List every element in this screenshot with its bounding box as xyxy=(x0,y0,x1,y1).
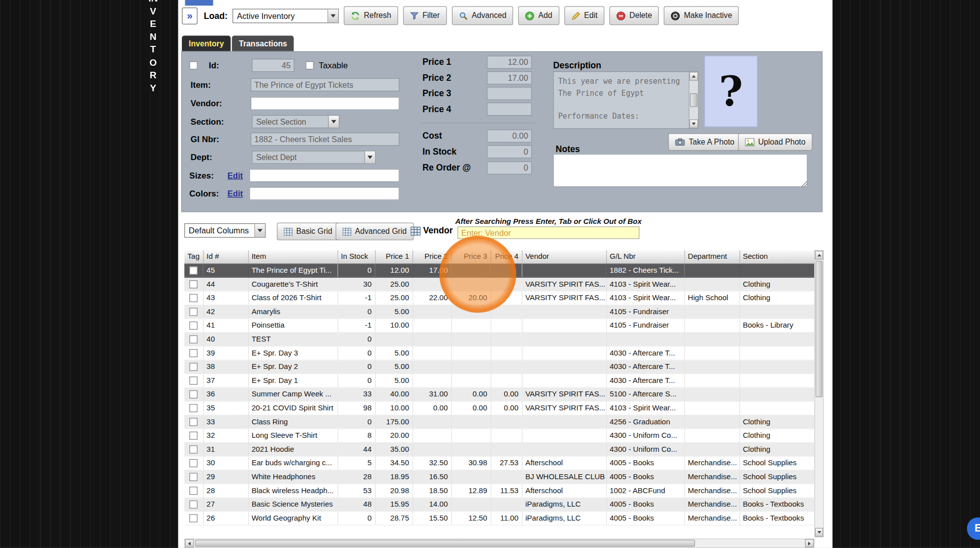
column-header-department[interactable]: Department xyxy=(685,250,739,263)
advanced-grid-button[interactable]: Advanced Grid xyxy=(336,223,414,240)
table-row[interactable]: 36Summer Camp Week ...3340.0031.000.000.… xyxy=(184,387,814,401)
colors-field[interactable] xyxy=(250,187,400,200)
row-checkbox[interactable] xyxy=(189,404,197,412)
colors-edit-link[interactable]: Edit xyxy=(228,189,243,198)
upload-photo-button[interactable]: Upload Photo xyxy=(738,133,813,151)
row-checkbox[interactable] xyxy=(189,349,197,357)
tab-transactions[interactable]: Transactions xyxy=(232,36,294,51)
column-header-price1[interactable]: Price 1 xyxy=(375,250,413,263)
row-checkbox[interactable] xyxy=(189,445,197,453)
scroll-up-arrow[interactable] xyxy=(815,251,823,260)
notes-textarea[interactable] xyxy=(553,154,808,187)
price1-field[interactable] xyxy=(487,56,532,69)
table-row[interactable]: 312021 Hoodie4435.004300 - Uniform Co...… xyxy=(184,442,814,456)
sizes-edit-link[interactable]: Edit xyxy=(228,171,243,180)
reorder-field[interactable] xyxy=(487,162,532,175)
scrollbar-thumb[interactable] xyxy=(690,93,698,107)
row-checkbox[interactable] xyxy=(189,294,197,302)
table-row[interactable]: 39E+ Spr. Day 305.004030 - Aftercare T..… xyxy=(184,346,814,360)
scroll-down-arrow[interactable] xyxy=(815,528,823,537)
scrollbar-thumb[interactable] xyxy=(195,540,695,547)
table-horizontal-scrollbar[interactable] xyxy=(184,539,814,548)
table-row[interactable]: 28Black wireless Headph...5320.9818.5012… xyxy=(184,484,814,498)
row-checkbox[interactable] xyxy=(189,514,197,522)
row-checkbox[interactable] xyxy=(189,390,197,398)
glnbr-field[interactable] xyxy=(251,133,400,146)
tab-inventory[interactable]: Inventory xyxy=(182,36,231,51)
column-header-vendor[interactable]: Vendor xyxy=(522,250,606,263)
refresh-button[interactable]: Refresh xyxy=(344,6,398,25)
row-checkbox[interactable] xyxy=(189,267,197,275)
column-header-gl_nbr[interactable]: G/L Nbr xyxy=(606,250,685,263)
column-header-price2[interactable]: Price 2 xyxy=(413,250,451,263)
column-header-price4[interactable]: Price 4 xyxy=(491,250,522,263)
id-field[interactable] xyxy=(252,59,294,72)
id-checkbox[interactable] xyxy=(189,61,197,69)
row-checkbox[interactable] xyxy=(189,336,197,344)
row-checkbox[interactable] xyxy=(189,459,197,467)
table-row[interactable]: 43Class of 2026 T-Shirt-125.0022.0020.00… xyxy=(184,291,814,305)
scroll-left-arrow[interactable] xyxy=(185,539,194,547)
column-header-price3[interactable]: Price 3 xyxy=(451,250,491,263)
row-checkbox[interactable] xyxy=(189,376,197,384)
dept-select[interactable]: Select Dept xyxy=(252,151,376,164)
table-row[interactable]: 44Cougarette's T-Shirt3025.00VARSITY SPI… xyxy=(184,277,814,291)
table-row[interactable]: 32Long Sleeve T-Shirt820.004300 - Unifor… xyxy=(184,428,814,442)
filter-button[interactable]: Filter xyxy=(403,6,447,25)
scroll-down-arrow[interactable] xyxy=(690,120,699,129)
table-row[interactable]: 26World Geography Kit028.7515.5012.5011.… xyxy=(184,511,814,525)
taxable-checkbox[interactable] xyxy=(305,61,313,69)
column-header-section[interactable]: Section xyxy=(739,250,815,263)
description-scrollbar[interactable] xyxy=(689,72,698,128)
price3-field[interactable] xyxy=(487,87,532,100)
row-checkbox[interactable] xyxy=(189,487,197,495)
column-header-id[interactable]: Id # xyxy=(203,250,248,263)
column-header-in_stock[interactable]: In Stock xyxy=(337,250,375,263)
row-checkbox[interactable] xyxy=(189,322,197,330)
section-select[interactable]: Select Section xyxy=(252,115,340,128)
delete-button[interactable]: Delete xyxy=(609,6,659,25)
table-row[interactable]: 45The Prince of Egypt Ti...012.0017.0018… xyxy=(184,263,814,277)
row-checkbox[interactable] xyxy=(189,501,197,509)
column-header-tag[interactable]: Tag xyxy=(184,250,203,263)
expand-button[interactable]: » xyxy=(182,7,197,24)
table-row[interactable]: 38E+ Spr. Day 205.004030 - Aftercare T..… xyxy=(184,360,814,373)
row-checkbox[interactable] xyxy=(189,363,197,371)
sizes-field[interactable] xyxy=(250,169,400,182)
add-button[interactable]: Add xyxy=(518,6,559,25)
vendor-search-input[interactable] xyxy=(457,226,639,239)
cost-field[interactable] xyxy=(487,130,532,143)
table-row[interactable]: 42Amarylis05.004105 - Fundraiser xyxy=(184,305,814,319)
table-vertical-scrollbar[interactable] xyxy=(815,250,824,538)
vendor-field[interactable] xyxy=(251,97,400,110)
edit-button[interactable]: Edit xyxy=(564,6,604,25)
basic-grid-button[interactable]: Basic Grid xyxy=(277,223,339,240)
description-textarea[interactable]: This year we are presenting The Prince o… xyxy=(553,71,699,129)
price4-field[interactable] xyxy=(487,103,532,116)
table-row[interactable]: 30Ear buds w/charging c...534.5032.5030.… xyxy=(184,456,814,470)
scroll-right-arrow[interactable] xyxy=(805,539,814,547)
row-checkbox[interactable] xyxy=(189,473,197,481)
scrollbar-thumb[interactable] xyxy=(816,261,823,397)
column-header-item[interactable]: Item xyxy=(248,250,337,263)
load-select[interactable]: Active Inventory xyxy=(233,8,339,23)
table-row[interactable]: 40TEST0 xyxy=(184,332,814,346)
instock-field[interactable] xyxy=(487,145,532,158)
table-row[interactable]: 37E+ Spr. Day 105.004030 - Aftercare T..… xyxy=(184,373,814,387)
price2-field[interactable] xyxy=(487,71,532,84)
make-inactive-button[interactable]: Make Inactive xyxy=(664,6,739,25)
take-photo-button[interactable]: Take A Photo xyxy=(668,133,741,151)
table-row[interactable]: 33Class Ring0175.004256 - GraduationClot… xyxy=(184,415,814,429)
table-row[interactable]: 27Basic Science Mysteries4815.9514.00iPa… xyxy=(184,497,814,511)
advanced-button[interactable]: Advanced xyxy=(452,6,514,25)
scroll-up-arrow[interactable] xyxy=(690,72,699,81)
columns-select[interactable]: Default Columns xyxy=(184,223,266,238)
row-checkbox[interactable] xyxy=(189,308,197,316)
row-checkbox[interactable] xyxy=(189,418,197,426)
table-row[interactable]: 3520-21 COVID Spirit Shirt9810.000.000.0… xyxy=(184,401,814,415)
row-checkbox[interactable] xyxy=(189,280,197,288)
table-row[interactable]: 29White Headphones2818.9516.50BJ WHOLESA… xyxy=(184,470,814,484)
row-checkbox[interactable] xyxy=(189,432,197,440)
table-row[interactable]: 41Poinsettia-110.004105 - FundraiserBook… xyxy=(184,319,814,333)
chat-widget-button[interactable]: E xyxy=(967,517,980,540)
